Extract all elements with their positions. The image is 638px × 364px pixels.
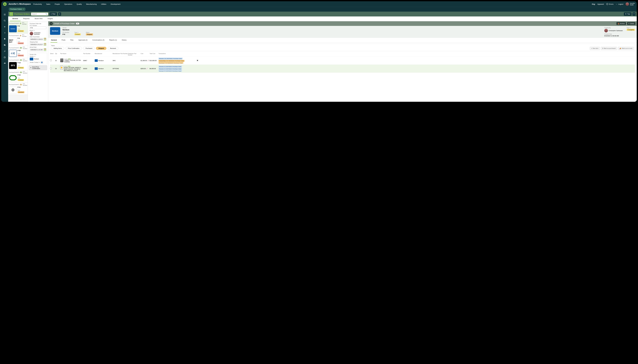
qty-cell: 20 — [55, 68, 60, 69]
app-frame: a Jennifer's Workspace ProductivitySales… — [1, 1, 637, 102]
view-tab-insights[interactable]: Insights — [45, 16, 55, 21]
nav-manufacturing[interactable]: Manufacturing — [86, 3, 97, 5]
search-input[interactable] — [32, 13, 46, 15]
calendar-icon[interactable]: 📅 — [44, 38, 46, 40]
toolbar-help-button[interactable]: ? — [632, 12, 635, 16]
po-card[interactable]: PurchaseOrderID11P.O. Number ⚙ P-11TypeS… — [8, 82, 28, 95]
po-list[interactable]: PurchaseOrderID8P.O. Number Nordson P-8T… — [8, 21, 28, 102]
add-icon[interactable] — [3, 25, 6, 28]
add-button[interactable]: + — [58, 12, 61, 16]
po-card[interactable]: PurchaseOrderID16P.O. Number P-16TypeCon… — [8, 70, 28, 82]
detail-tab[interactable]: Reports (1) — [109, 38, 117, 42]
cart-icon[interactable]: 🛒 — [10, 12, 13, 16]
tour-button[interactable]: 👁Tour — [624, 12, 631, 16]
calendar-icon[interactable]: 📅 — [44, 43, 46, 46]
select-checkbox[interactable] — [50, 60, 52, 61]
nav-quality[interactable]: Quality — [77, 3, 82, 5]
svg-line-13 — [5, 21, 5, 21]
nav-people[interactable]: People — [55, 3, 60, 5]
edit-icon[interactable]: ✎ — [629, 27, 630, 28]
mark-purchased-button[interactable]: $ Mark as purchased — [601, 47, 617, 50]
detail-tab[interactable]: Approvals (2) — [78, 38, 88, 42]
tx-pill[interactable]: Receive | 10 | 9/27/2023 | Purchase Orde… — [158, 58, 183, 60]
tx-pill[interactable]: Receive | 5 | 9/27/2023 | Purchase Order — [158, 68, 182, 70]
nav-development[interactable]: Development — [111, 3, 120, 5]
sum-po-label: PO Number — [63, 32, 69, 33]
detail-tab[interactable]: Conversations (3) — [92, 38, 105, 42]
tx-pill[interactable]: Receive | 5 | 9/27/2023 | Purchase Order — [158, 70, 182, 72]
status-pill[interactable]: Price Confirmation — [66, 47, 82, 50]
status-pill[interactable]: Recieved — [108, 47, 118, 50]
cloud-upload-icon[interactable] — [3, 62, 6, 65]
close-tab-icon[interactable]: × — [23, 8, 24, 10]
person-icon[interactable]: 👤 — [41, 62, 43, 63]
send-price-confirmation-button[interactable]: ✈Send Price Confirmation — [29, 65, 47, 70]
svg-rect-6 — [4, 14, 4, 15]
chart-icon[interactable]: 📈 — [147, 60, 149, 61]
open-tab-purchase-orders[interactable]: Purchase Orders × — [9, 8, 25, 10]
view-tab-board-view[interactable]: Board View — [32, 16, 45, 21]
status-pill[interactable]: Purchased — [83, 47, 95, 50]
po-card[interactable]: PurchaseOrderID8P.O. Number Nordson P-8T… — [8, 21, 28, 34]
search-icon[interactable] — [3, 19, 6, 22]
delete-button[interactable]: ✕Delete — [627, 22, 635, 25]
po-card[interactable]: PurchaseOrderID20P.O. Number ⊂∈ P-20Type… — [8, 46, 28, 58]
ship-input[interactable] — [30, 43, 44, 46]
po-num-input[interactable] — [30, 26, 46, 29]
detail-tab[interactable]: History — [121, 38, 127, 42]
new-item-button[interactable]: + New item — [590, 47, 600, 50]
status-pill[interactable]: Adding Items — [51, 47, 64, 50]
detail-tab[interactable]: Files — [70, 38, 74, 42]
arr-input[interactable] — [30, 48, 44, 51]
nav-productivity[interactable]: Productivity — [33, 3, 42, 5]
logout-link[interactable]: ←Logout — [616, 3, 623, 5]
nav-utilities[interactable]: Utilities — [101, 3, 106, 5]
nav-sales[interactable]: Sales — [46, 3, 50, 5]
items-table: SelectQtyPart NamePart NumberManufacture… — [48, 52, 637, 102]
run-icon[interactable] — [3, 50, 6, 53]
search-box[interactable]: 🔍 — [31, 12, 48, 16]
app-logo[interactable]: a — [3, 2, 7, 6]
col-head: Part Name — [60, 53, 83, 56]
chart-icon[interactable]: 📈 — [146, 68, 148, 69]
remove-row-icon[interactable]: ✕ — [195, 59, 199, 62]
edit-icon[interactable]: ✎ — [34, 30, 35, 31]
archive-button[interactable]: 📥Archive — [616, 22, 626, 25]
user-menu[interactable]: JenniferSistilli — [626, 2, 635, 6]
calendar-icon[interactable]: 📅 — [44, 48, 46, 51]
filter-button[interactable]: ▾Filter — [50, 12, 57, 16]
detail-tab[interactable]: General — [51, 38, 57, 42]
edit-icon[interactable]: ✎ — [78, 32, 79, 33]
edit-icon[interactable]: ✎ — [34, 56, 35, 57]
status-pill[interactable]: Shipped — [96, 47, 106, 50]
collapse-icon[interactable]: → — [50, 22, 53, 25]
tags-label: Tags ✎ — [627, 27, 635, 28]
po-card[interactable]: PurchaseOrderID19P.O. Number BFS P-19Typ… — [8, 58, 28, 70]
nav-operations[interactable]: Operations — [64, 3, 72, 5]
detail-area: → Details of Purchase Order 8 📥Archive ✕… — [48, 21, 637, 102]
mark-enroute-button[interactable]: 🚚 Mark as en route — [618, 47, 634, 50]
chat-icon[interactable] — [3, 44, 6, 46]
select-checkbox[interactable] — [50, 68, 52, 69]
sum-po-num: P-8 — [63, 34, 69, 35]
view-tab-requests[interactable]: Requests — [21, 16, 32, 21]
help-icon[interactable]: ? — [3, 32, 6, 34]
table-row[interactable]: 20 ✋PartID 320ADDED OPTIONS: INDEECO BAS… — [50, 65, 635, 73]
tx-pill[interactable]: VendorShip | 10 | 9/20/2023 | Purchase O… — [158, 60, 184, 62]
clock-icon[interactable] — [3, 56, 6, 59]
workspace-title: Jennifer's Workspace — [9, 3, 31, 5]
org-name[interactable]: Appward — [597, 3, 604, 5]
edit-icon[interactable]: ✎ — [39, 62, 40, 63]
detail-tab[interactable]: Posts — [61, 38, 66, 42]
search-go-icon[interactable]: 🔍 — [46, 13, 47, 15]
po-card[interactable]: PurchaseOrderID4P.O. Number BEST BUY P-4… — [8, 34, 28, 46]
table-row[interactable]: 10 PartID 867TOWER, COOLING, 50 TON NOMI… — [50, 56, 635, 65]
partnum-cell: 00867 — [83, 60, 95, 61]
dop-input[interactable] — [30, 38, 44, 40]
bell-icon[interactable] — [3, 38, 6, 40]
apps-icon[interactable] — [3, 13, 6, 16]
view-tab-browse[interactable]: Browse — [10, 16, 21, 21]
tx-pill[interactable]: Receive | 5 | 9/27/2023 | Purchase Order — [158, 66, 182, 68]
tx-pill[interactable]: Purchase | 10 | 9/20/2023 | Purchase Ord… — [158, 62, 183, 64]
errors-link[interactable]: Errors — [606, 3, 613, 5]
